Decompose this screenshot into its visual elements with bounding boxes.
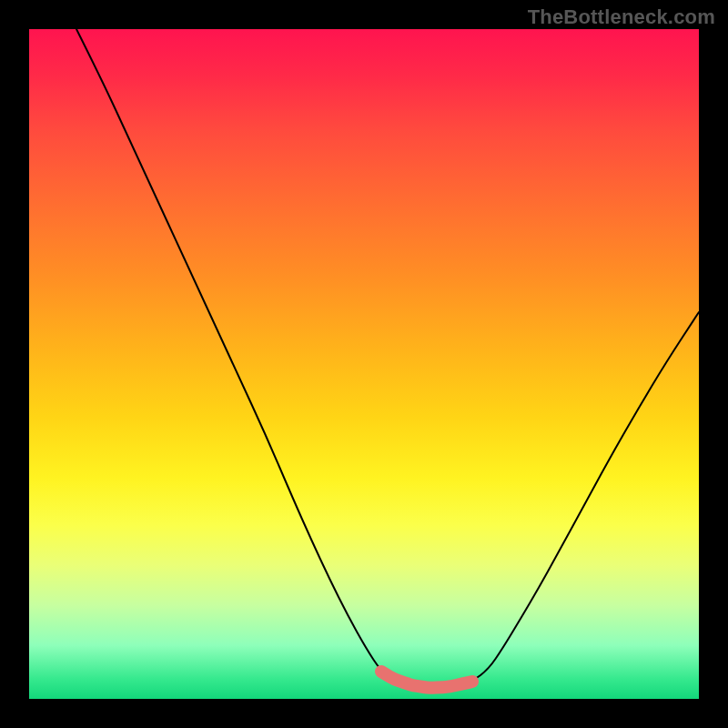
attribution-text: TheBottleneck.com <box>528 5 715 29</box>
bottleneck-curve <box>29 29 699 699</box>
chart-container: TheBottleneck.com <box>0 0 728 728</box>
plot-area <box>29 29 699 699</box>
